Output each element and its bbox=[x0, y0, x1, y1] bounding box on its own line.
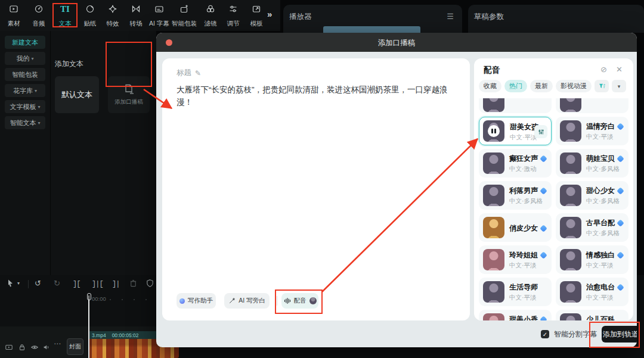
voice-card-partial[interactable] bbox=[479, 98, 552, 113]
default-text-card[interactable]: 默认文本 bbox=[55, 76, 99, 113]
sidebar-item-new-text[interactable]: 新建文本 bbox=[5, 36, 45, 49]
playhead-line bbox=[88, 295, 89, 358]
voice-settings-button[interactable] bbox=[534, 125, 547, 138]
close-icon[interactable]: ✕ bbox=[616, 65, 623, 74]
assistant-orb-icon bbox=[179, 298, 185, 304]
tab-newest[interactable]: 最新 bbox=[530, 80, 553, 92]
playhead[interactable] bbox=[87, 293, 90, 358]
avatar bbox=[560, 217, 581, 238]
funnel-filter-icon bbox=[598, 82, 606, 90]
voice-card[interactable]: 生活导师 中文·平淡 bbox=[479, 278, 552, 306]
player-panel-title: 播放器 bbox=[289, 12, 312, 22]
tab-smart-pack[interactable]: 智能包装 bbox=[170, 4, 199, 28]
voice-card[interactable]: 甜美小香 bbox=[479, 310, 552, 320]
split-left-icon[interactable]: ]|[ bbox=[92, 280, 103, 288]
writing-assistant-button[interactable]: 写作助手 bbox=[177, 293, 216, 309]
vip-badge-icon bbox=[617, 155, 624, 163]
sidebar-item-text-templates[interactable]: 文字模板▾ bbox=[5, 100, 45, 113]
voice-card[interactable]: 少儿百科 bbox=[556, 310, 628, 320]
tab-ai-subtitle[interactable]: AI 字幕 bbox=[146, 4, 172, 28]
chevron-down-icon: ▾ bbox=[35, 88, 37, 94]
vip-badge-icon bbox=[540, 155, 547, 163]
tab-template[interactable]: 模板 bbox=[244, 4, 268, 28]
vip-badge-icon bbox=[540, 225, 547, 232]
visibility-eye-icon[interactable] bbox=[30, 343, 39, 351]
voice-card[interactable]: 治愈电台 中文·平淡 bbox=[556, 278, 628, 306]
split-icon[interactable]: ][ bbox=[73, 280, 80, 288]
tab-adjust[interactable]: 调节 bbox=[221, 4, 245, 28]
adjust-icon bbox=[228, 4, 238, 14]
voice-card[interactable]: 温情旁白 中文·平淡 bbox=[556, 117, 628, 145]
avatar bbox=[483, 249, 504, 270]
add-script-dialog: 添加口播稿 标题 ✎ 大雁塔下“长安的荔枝”，把贵妃同款清甜，装进这杯国潮奶茶里… bbox=[156, 33, 637, 347]
clip-duration: 00:00:05:02 bbox=[112, 332, 139, 338]
mask-icon[interactable] bbox=[145, 279, 154, 288]
filter-wheel-icon bbox=[206, 4, 215, 14]
tab-audio[interactable]: 音频 bbox=[26, 4, 51, 28]
timeline-ruler[interactable]: 00:00 bbox=[0, 293, 156, 303]
video-preview-edge bbox=[323, 26, 420, 33]
vip-badge-icon bbox=[617, 251, 624, 259]
sidebar-item-fancy-fonts[interactable]: 花字库▾ bbox=[5, 84, 45, 97]
ai-subtitle-icon bbox=[154, 4, 164, 14]
voice-card-partial[interactable] bbox=[556, 98, 628, 113]
caret-down-icon: ▾ bbox=[618, 83, 621, 89]
cursor-mode-chevron-icon[interactable]: ▾ bbox=[17, 281, 20, 286]
tab-effects[interactable]: 特效 bbox=[101, 4, 125, 28]
voice-card-selected[interactable]: 甜美女孩 中文·平淡 bbox=[479, 117, 552, 145]
cover-button[interactable]: 封面 bbox=[67, 338, 83, 355]
tab-transition[interactable]: 转场 bbox=[124, 4, 148, 28]
vip-badge-icon bbox=[540, 187, 547, 195]
sliders-icon bbox=[537, 128, 545, 136]
undo-icon[interactable]: ↺ bbox=[35, 279, 41, 288]
tab-filter[interactable]: 滤镜 bbox=[199, 4, 222, 28]
voice-card[interactable]: 甜心少女 中文·多风格 bbox=[556, 181, 628, 210]
select-cursor-icon[interactable] bbox=[6, 279, 16, 288]
smart-split-checkbox[interactable]: ✓ bbox=[541, 330, 549, 338]
sidebar-item-smart-text[interactable]: 智能文本▾ bbox=[5, 116, 45, 129]
voice-sort-dropdown[interactable]: ▾ bbox=[612, 80, 626, 92]
ruler-timecode: 00:00 bbox=[92, 295, 106, 302]
delete-icon[interactable] bbox=[129, 279, 138, 288]
mute-speaker-icon[interactable] bbox=[42, 343, 51, 351]
vip-badge-icon bbox=[617, 187, 624, 195]
voice-card[interactable]: 利落男声 中文·多风格 bbox=[479, 181, 552, 210]
sidebar-item-mine[interactable]: 我的▾ bbox=[5, 52, 45, 65]
redo-icon[interactable]: ↻ bbox=[54, 279, 60, 288]
tab-media[interactable]: 素材 bbox=[1, 4, 26, 28]
player-menu-icon[interactable]: ☰ bbox=[447, 12, 454, 21]
avatar bbox=[560, 281, 581, 303]
playhead-handle bbox=[87, 293, 91, 300]
voice-card[interactable]: 癫狂女声 中文·激动 bbox=[479, 149, 552, 178]
voice-panel-title: 配音 bbox=[484, 65, 500, 76]
script-textarea[interactable]: 大雁塔下“长安的荔枝”，把贵妃同款清甜，装进这杯国潮奶茶里，一口穿越浪漫！ bbox=[177, 83, 457, 108]
voice-card[interactable]: 情感独白 中文·平淡 bbox=[556, 245, 628, 274]
disable-voice-icon[interactable]: ⊘ bbox=[600, 65, 607, 74]
annotation-box-voiceover bbox=[275, 289, 323, 314]
tab-favorites[interactable]: 收藏 bbox=[479, 80, 501, 92]
edit-pencil-icon[interactable]: ✎ bbox=[195, 69, 201, 77]
lock-icon[interactable] bbox=[18, 343, 26, 351]
media-icon bbox=[9, 4, 18, 14]
voice-card[interactable]: 古早台配 中文·多风格 bbox=[556, 213, 628, 242]
voice-card[interactable]: 俏皮少女 bbox=[479, 213, 552, 242]
toolbar-expand-icon[interactable]: » bbox=[267, 9, 271, 19]
pause-icon[interactable] bbox=[488, 125, 500, 137]
voice-card[interactable]: 萌娃宝贝 中文·多风格 bbox=[556, 149, 628, 178]
more-icon[interactable]: ⋯ bbox=[54, 340, 61, 348]
avatar bbox=[560, 249, 581, 270]
avatar bbox=[483, 313, 504, 320]
annotation-box-add-track bbox=[589, 322, 640, 348]
tab-film-anime[interactable]: 影视动漫 bbox=[556, 80, 592, 92]
voice-card[interactable]: 玲玲姐姐 中文·平淡 bbox=[479, 245, 552, 274]
tab-hot[interactable]: 热门 bbox=[504, 80, 527, 92]
chevron-down-icon: ▾ bbox=[31, 56, 33, 61]
tab-sticker[interactable]: 贴纸 bbox=[78, 4, 103, 28]
voice-filter-button[interactable] bbox=[595, 80, 609, 92]
vip-badge-icon bbox=[540, 316, 547, 320]
top-toolbar: 素材 音频 TI 文本 贴纸 特效 转场 AI 字幕 智能包装 bbox=[0, 0, 280, 31]
split-right-icon[interactable]: ]| bbox=[112, 280, 119, 288]
main-track-icon[interactable] bbox=[5, 343, 13, 351]
ai-narration-button[interactable]: AI 写旁白 bbox=[224, 293, 270, 309]
sidebar-item-smart-pack[interactable]: 智能包装 bbox=[5, 68, 45, 81]
